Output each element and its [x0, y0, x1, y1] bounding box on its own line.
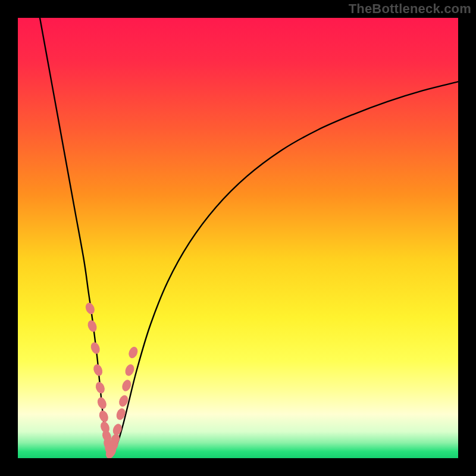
marker-dot — [84, 302, 96, 316]
curve-layer — [18, 18, 458, 458]
marker-dot — [86, 319, 98, 333]
marker-group — [84, 302, 139, 458]
plot-area — [18, 18, 458, 458]
marker-dot — [111, 422, 123, 437]
watermark-text: TheBottleneck.com — [349, 1, 471, 17]
marker-dot — [92, 363, 104, 377]
marker-dot — [98, 409, 109, 424]
marker-dot — [89, 341, 101, 355]
marker-dot — [94, 381, 106, 395]
marker-dot — [124, 363, 136, 377]
curve-right-branch — [110, 82, 458, 457]
marker-dot — [96, 396, 108, 411]
marker-dot — [127, 346, 139, 360]
chart-frame: TheBottleneck.com — [0, 0, 476, 476]
